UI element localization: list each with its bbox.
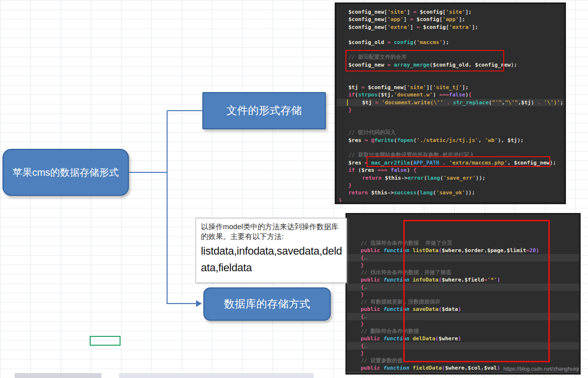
code-line: $tj = $config_new['site']['site_tj'];: [337, 84, 564, 91]
code-line: }: [337, 106, 564, 114]
spreadsheet-canvas: 苹果cms的数据存储形式 文件的形式存储 数据库的存储方式 以操作model类中…: [0, 0, 588, 378]
code-line: {…: [347, 372, 579, 375]
code-line: [337, 114, 564, 121]
code-line: [337, 31, 564, 38]
code-screenshot-config-save: $config_new['site'] = $config['site'];$c…: [335, 2, 566, 204]
code-line: return $this->success(lang('save_ok'));: [337, 189, 564, 196]
code-line: [337, 76, 564, 84]
flow-node-db-storage: 数据库的存储方式: [203, 287, 331, 321]
code-line: $config_old = config('maccms');: [337, 39, 564, 46]
note-box: 以操作model类中的方法来达到操作数据库的效果。主要有以下方法: listda…: [196, 218, 347, 283]
code-line: if(strpos($tj,'document.w') ===false){: [337, 91, 564, 98]
code-line: }: [337, 197, 564, 204]
connector-to-file-node: [167, 110, 202, 111]
code-line: public function fieldData($where,$col,$v…: [347, 364, 579, 372]
connector-root-to-branch: [129, 172, 167, 173]
code-line: if ($res === false) {: [337, 166, 564, 174]
selected-cell[interactable]: [90, 336, 121, 346]
flow-node-root: 苹果cms的数据存储形式: [2, 149, 129, 196]
code-line: [337, 121, 564, 129]
code-line: }: [337, 182, 564, 189]
code-line: $config_new['site'] = $config['site'];: [337, 8, 564, 16]
note-intro-text: 以操作model类中的方法来达到操作数据库的效果。主要有以下方法:: [201, 222, 342, 242]
code-line: return $this->error(lang('save_err'));: [337, 174, 564, 182]
sheet-scrollbar-fragment: [119, 373, 314, 378]
connector-branch-vertical: [167, 111, 168, 304]
flow-node-file-label: 文件的形式存储: [226, 103, 302, 118]
note-methods-text: listdata,infodata,savedata,deldata,field…: [201, 243, 342, 276]
connector-to-db-node: [167, 303, 197, 304]
flow-node-db-label: 数据库的存储方式: [224, 297, 310, 311]
arrow-right-icon: [196, 300, 202, 307]
highlight-box-mac-arr2file: [367, 156, 550, 167]
code-line: $config_new['extra'] = $config['extra'];: [337, 24, 564, 31]
flow-node-file-storage: 文件的形式存储: [202, 92, 326, 129]
code-line: [337, 144, 564, 151]
code-line: // 统计代码的写入: [337, 129, 564, 136]
sheet-scrollbar-fragment: [15, 373, 101, 378]
code-line: $tj = 'document.write(\'' . str_replace(…: [337, 99, 564, 106]
flow-node-root-label: 苹果cms的数据存储形式: [13, 166, 119, 179]
code-line: $config_new['app'] = $config['app'];: [337, 16, 564, 23]
highlight-box-model-methods: [403, 220, 550, 362]
code-line: $res = @fwrite(fopen('./static/js/tj.js'…: [337, 137, 564, 144]
highlight-box-config-merge: [345, 50, 504, 71]
